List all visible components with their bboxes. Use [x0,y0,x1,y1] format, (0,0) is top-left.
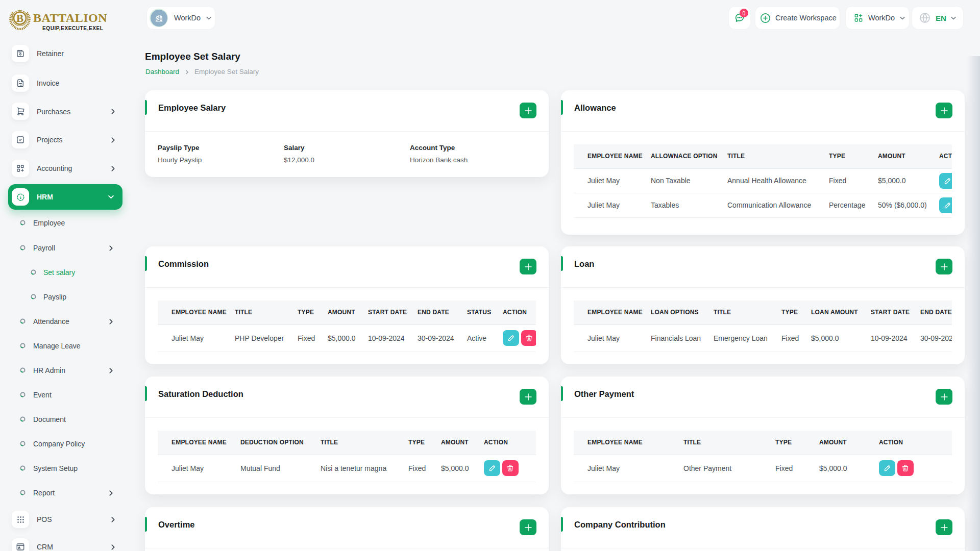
svg-text:B: B [16,12,23,24]
